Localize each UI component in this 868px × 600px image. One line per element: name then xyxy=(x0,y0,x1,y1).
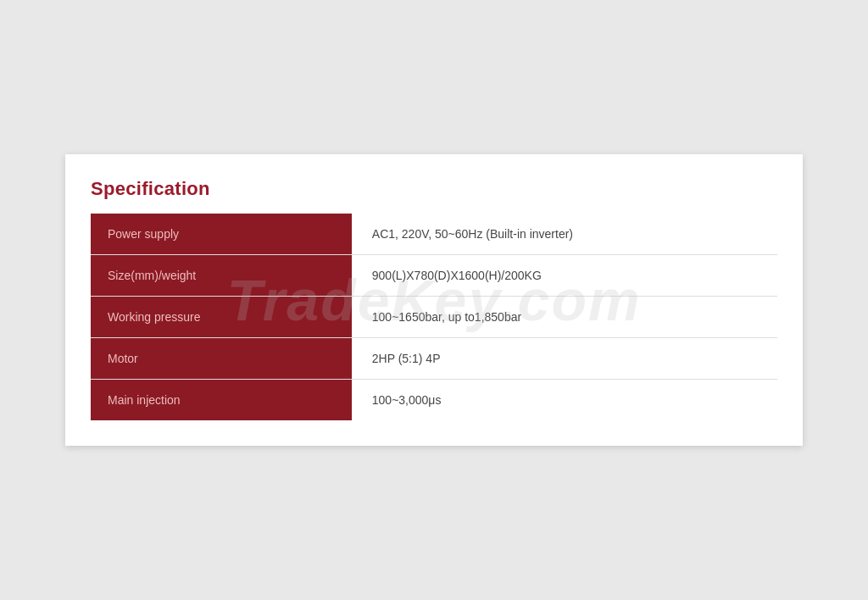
spec-value: 100~1650bar, up to1,850bar xyxy=(352,297,777,338)
spec-label: Size(mm)/weight xyxy=(91,255,352,297)
table-row: Working pressure100~1650bar, up to1,850b… xyxy=(91,297,777,338)
spec-label: Main injection xyxy=(91,380,352,421)
spec-table: Power supplyAC1, 220V, 50~60Hz (Built-in… xyxy=(91,214,777,420)
specification-card: Specification Power supplyAC1, 220V, 50~… xyxy=(65,154,803,446)
spec-value: AC1, 220V, 50~60Hz (Built-in inverter) xyxy=(352,214,777,255)
card-title: Specification xyxy=(91,178,777,200)
card-wrapper: Specification Power supplyAC1, 220V, 50~… xyxy=(65,154,803,446)
spec-value: 100~3,000μs xyxy=(352,380,777,421)
spec-value: 900(L)X780(D)X1600(H)/200KG xyxy=(352,255,777,297)
spec-label: Working pressure xyxy=(91,297,352,338)
table-row: Motor2HP (5:1) 4P xyxy=(91,338,777,380)
table-row: Main injection100~3,000μs xyxy=(91,380,777,421)
table-row: Power supplyAC1, 220V, 50~60Hz (Built-in… xyxy=(91,214,777,255)
spec-label: Motor xyxy=(91,338,352,380)
spec-value: 2HP (5:1) 4P xyxy=(352,338,777,380)
spec-label: Power supply xyxy=(91,214,352,255)
table-row: Size(mm)/weight900(L)X780(D)X1600(H)/200… xyxy=(91,255,777,297)
page-container: Specification Power supplyAC1, 220V, 50~… xyxy=(0,0,868,600)
